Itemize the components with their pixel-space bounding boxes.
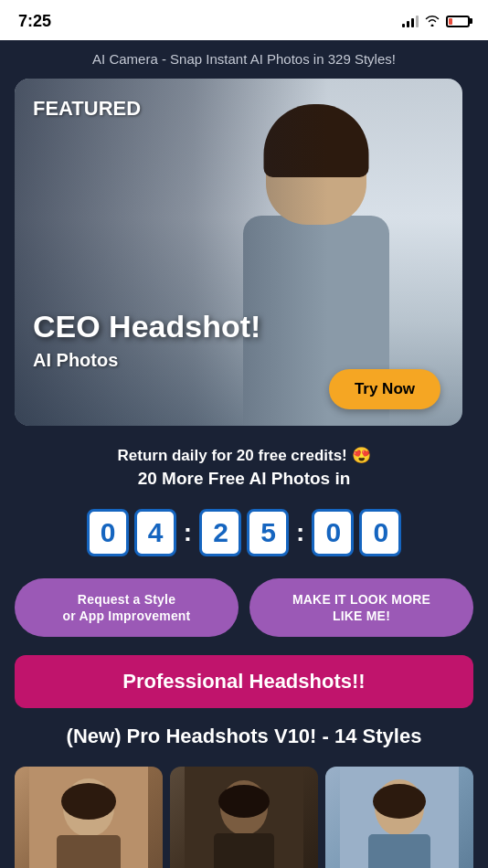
separator-2: :: [296, 520, 304, 545]
action-buttons: Request a Styleor App Improvement MAKE I…: [0, 573, 488, 655]
digit-minutes-1: 2: [199, 509, 241, 556]
wifi-icon: [424, 14, 440, 29]
svg-point-3: [61, 783, 116, 820]
make-look-like-me-button[interactable]: MAKE IT LOOK MORELIKE ME!: [249, 578, 473, 637]
photo-thumb-3[interactable]: [325, 767, 473, 868]
credits-line2: 20 More Free AI Photos in: [18, 469, 470, 489]
pro-headshots-banner[interactable]: Professional Headshots!!: [15, 655, 473, 708]
card-subtitle: AI Photos: [33, 350, 118, 371]
try-now-button[interactable]: Try Now: [329, 369, 440, 409]
svg-rect-2: [57, 835, 121, 868]
pro-banner-text: Professional Headshots!!: [122, 670, 365, 693]
app-title: AI Camera - Snap Instant AI Photos in 32…: [92, 51, 396, 67]
digit-minutes-2: 5: [247, 509, 289, 556]
svg-rect-6: [214, 833, 274, 868]
carousel-section: FEATURED CEO Headshot! AI Photos Try Now: [0, 79, 488, 426]
new-pro-title: (New) Pro Headshots V10! - 14 Styles: [67, 725, 422, 747]
svg-point-11: [373, 784, 426, 819]
photo-thumb-2[interactable]: [170, 767, 318, 868]
credits-section: Return daily for 20 free credits! 😍 20 M…: [0, 426, 488, 498]
card-title: CEO Headshot!: [33, 310, 260, 344]
featured-card[interactable]: FEATURED CEO Headshot! AI Photos Try Now: [15, 79, 462, 426]
battery-icon: [446, 16, 470, 27]
photo-grid: [0, 759, 488, 868]
app-title-bar: AI Camera - Snap Instant AI Photos in 32…: [0, 40, 488, 79]
request-style-button[interactable]: Request a Styleor App Improvement: [15, 578, 239, 637]
svg-point-7: [218, 785, 270, 818]
featured-label: FEATURED: [33, 97, 141, 121]
status-time: 7:25: [18, 12, 51, 31]
separator-1: :: [184, 520, 192, 545]
digit-seconds-1: 0: [312, 509, 354, 556]
digit-hours-2: 4: [134, 509, 176, 556]
credits-line1: Return daily for 20 free credits! 😍: [18, 446, 470, 465]
digit-seconds-2: 0: [359, 509, 401, 556]
svg-rect-10: [368, 834, 430, 868]
digit-hours-1: 0: [87, 509, 129, 556]
new-pro-section: (New) Pro Headshots V10! - 14 Styles: [0, 708, 488, 759]
countdown-section: 0 4 : 2 5 : 0 0: [0, 498, 488, 573]
status-icons: [402, 14, 470, 29]
photo-thumb-1[interactable]: [15, 767, 163, 868]
signal-icon: [402, 15, 419, 27]
status-bar: 7:25: [0, 0, 488, 40]
